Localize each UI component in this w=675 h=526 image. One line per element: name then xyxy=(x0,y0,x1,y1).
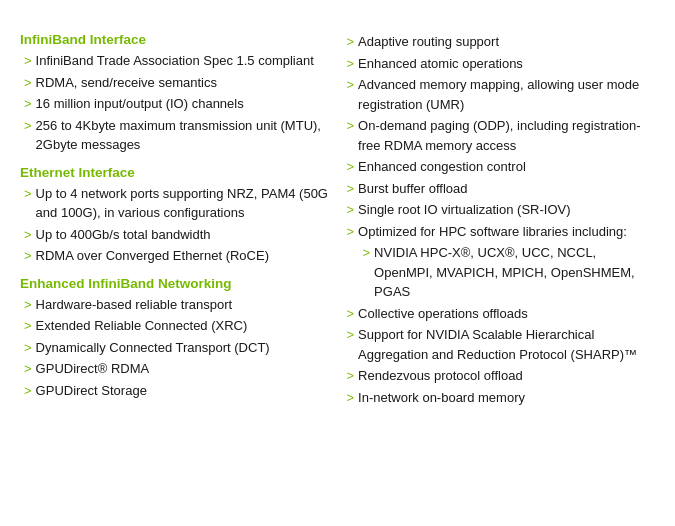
item-text: Single root IO virtualization (SR-IOV) xyxy=(358,200,570,220)
list-item: >Burst buffer offload xyxy=(343,179,656,199)
left-column: InfiniBand Interface>InfiniBand Trade As… xyxy=(20,32,333,409)
item-text: Up to 4 network ports supporting NRZ, PA… xyxy=(36,184,333,223)
item-text: Advanced memory mapping, allowing user m… xyxy=(358,75,655,114)
list-item: >Up to 4 network ports supporting NRZ, P… xyxy=(20,184,333,223)
bullet-arrow: > xyxy=(24,381,32,401)
list-item: >Advanced memory mapping, allowing user … xyxy=(343,75,656,114)
item-text: InfiniBand Trade Association Spec 1.5 co… xyxy=(36,51,314,71)
item-text: Support for NVIDIA Scalable Hierarchical… xyxy=(358,325,655,364)
item-text: GPUDirect® RDMA xyxy=(36,359,150,379)
item-text: RDMA over Converged Ethernet (RoCE) xyxy=(36,246,269,266)
list-item: >Rendezvous protocol offload xyxy=(343,366,656,386)
bullet-arrow: > xyxy=(24,184,32,204)
bullet-arrow: > xyxy=(24,359,32,379)
item-text: 256 to 4Kbyte maximum transmission unit … xyxy=(36,116,333,155)
bullet-arrow: > xyxy=(347,32,355,52)
right-column: >Adaptive routing support>Enhanced atomi… xyxy=(343,32,656,409)
bullet-arrow: > xyxy=(24,246,32,266)
list-item: >In-network on-board memory xyxy=(343,388,656,408)
bullet-arrow: > xyxy=(347,366,355,386)
item-text: 16 million input/output (IO) channels xyxy=(36,94,244,114)
bullet-arrow: > xyxy=(24,94,32,114)
bullet-arrow: > xyxy=(24,225,32,245)
item-text: GPUDirect Storage xyxy=(36,381,147,401)
bullet-arrow: > xyxy=(24,316,32,336)
bullet-arrow: > xyxy=(347,304,355,324)
bullet-arrow: > xyxy=(24,73,32,93)
item-text: Collective operations offloads xyxy=(358,304,528,324)
sub-list-item: >NVIDIA HPC-X®, UCX®, UCC, NCCL, OpenMPI… xyxy=(343,243,656,302)
list-item: >Extended Reliable Connected (XRC) xyxy=(20,316,333,336)
bullet-arrow: > xyxy=(347,75,355,95)
list-item: >On-demand paging (ODP), including regis… xyxy=(343,116,656,155)
item-text: Rendezvous protocol offload xyxy=(358,366,523,386)
bullet-arrow: > xyxy=(347,157,355,177)
list-item: >Optimized for HPC software libraries in… xyxy=(343,222,656,242)
bullet-arrow: > xyxy=(347,222,355,242)
bullet-arrow: > xyxy=(347,325,355,345)
bullet-arrow: > xyxy=(24,295,32,315)
item-text: Up to 400Gb/s total bandwidth xyxy=(36,225,211,245)
section-header: Enhanced InfiniBand Networking xyxy=(20,276,333,291)
bullet-arrow: > xyxy=(24,116,32,136)
list-item: >GPUDirect Storage xyxy=(20,381,333,401)
list-item: >RDMA, send/receive semantics xyxy=(20,73,333,93)
sub-item-text: NVIDIA HPC-X®, UCX®, UCC, NCCL, OpenMPI,… xyxy=(374,243,655,302)
list-item: >Dynamically Connected Transport (DCT) xyxy=(20,338,333,358)
item-text: Burst buffer offload xyxy=(358,179,467,199)
list-item: >InfiniBand Trade Association Spec 1.5 c… xyxy=(20,51,333,71)
section-header: Ethernet Interface xyxy=(20,165,333,180)
item-text: On-demand paging (ODP), including regist… xyxy=(358,116,655,155)
list-item: >Support for NVIDIA Scalable Hierarchica… xyxy=(343,325,656,364)
item-text: Extended Reliable Connected (XRC) xyxy=(36,316,248,336)
list-item: >16 million input/output (IO) channels xyxy=(20,94,333,114)
item-text: Enhanced atomic operations xyxy=(358,54,523,74)
bullet-arrow: > xyxy=(24,338,32,358)
content-columns: InfiniBand Interface>InfiniBand Trade As… xyxy=(20,32,655,409)
item-text: In-network on-board memory xyxy=(358,388,525,408)
bullet-arrow: > xyxy=(347,179,355,199)
list-item: >Single root IO virtualization (SR-IOV) xyxy=(343,200,656,220)
list-item: >Hardware-based reliable transport xyxy=(20,295,333,315)
bullet-arrow: > xyxy=(347,200,355,220)
bullet-arrow: > xyxy=(24,51,32,71)
item-text: RDMA, send/receive semantics xyxy=(36,73,217,93)
item-text: Adaptive routing support xyxy=(358,32,499,52)
item-text: Enhanced congestion control xyxy=(358,157,526,177)
item-text: Optimized for HPC software libraries inc… xyxy=(358,222,627,242)
item-text: Hardware-based reliable transport xyxy=(36,295,233,315)
list-item: >Up to 400Gb/s total bandwidth xyxy=(20,225,333,245)
bullet-arrow: > xyxy=(347,388,355,408)
list-item: >GPUDirect® RDMA xyxy=(20,359,333,379)
item-text: Dynamically Connected Transport (DCT) xyxy=(36,338,270,358)
sub-bullet-arrow: > xyxy=(363,243,371,263)
list-item: >Enhanced congestion control xyxy=(343,157,656,177)
list-item: >Enhanced atomic operations xyxy=(343,54,656,74)
list-item: >RDMA over Converged Ethernet (RoCE) xyxy=(20,246,333,266)
section-header: InfiniBand Interface xyxy=(20,32,333,47)
list-item: >Adaptive routing support xyxy=(343,32,656,52)
list-item: >256 to 4Kbyte maximum transmission unit… xyxy=(20,116,333,155)
features-section: InfiniBand Interface>InfiniBand Trade As… xyxy=(20,32,655,409)
list-item: >Collective operations offloads xyxy=(343,304,656,324)
bullet-arrow: > xyxy=(347,116,355,136)
bullet-arrow: > xyxy=(347,54,355,74)
